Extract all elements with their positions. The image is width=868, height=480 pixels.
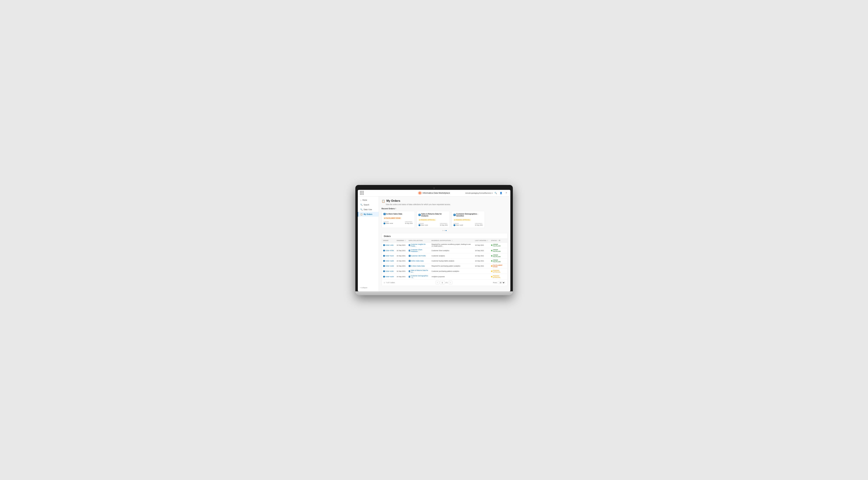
- col-business-justification[interactable]: BUSINESS JUSTIFICATION ⇕: [430, 239, 473, 242]
- card-1-order-value: ↺ Order~e1dc: [418, 224, 428, 226]
- collection-link-0[interactable]: ⊞ Customer Insights for Predic...: [409, 243, 429, 247]
- order-icon-0: ↺: [383, 222, 385, 224]
- search-header-button[interactable]: 🔍: [494, 191, 498, 195]
- cell-collection-3: ⊞ Online Sales Data: [407, 258, 430, 263]
- card-1-title: ⊞ Sales & Returns Data for Analysis: [418, 213, 448, 217]
- status-indicator-1: ✓: [491, 250, 493, 251]
- rows-per-page-selector: Rows: 10 25 50: [493, 281, 505, 284]
- recent-order-card-0[interactable]: ⊞ In-Store Sales Data ■ FULFILLMENT STAG…: [381, 211, 415, 228]
- card-2-status: ■ PENDING APPROVAL: [454, 219, 471, 221]
- status-indicator-2: ✓: [491, 255, 493, 257]
- orders-table: ORDER ORDERED ⇕ DATA COLLECTION BUSINESS…: [382, 239, 507, 279]
- collection-link-5[interactable]: ⊞ Sales & Returns Data for An...: [409, 269, 429, 273]
- recent-orders-title: Recent Orders ℹ: [381, 208, 507, 210]
- collection-icon-2: ⊞: [454, 214, 456, 216]
- col-status[interactable]: STATUS ⇕ ⚙: [490, 239, 507, 242]
- cell-collection-0: ⊞ Customer Insights for Predic...: [407, 242, 430, 248]
- order-link-5[interactable]: ↺ Order~e1dc: [383, 270, 394, 272]
- sidebar-nav: ⌂ Home 🔍 Search 🔍 Data I Use 📋: [358, 198, 379, 217]
- cell-justification-2: Customer analytics: [430, 253, 473, 258]
- svg-marker-1: [419, 192, 421, 194]
- order-link-4[interactable]: ↺ Order~4c9d: [383, 265, 394, 267]
- cell-collection-6: ⊞ Customer Demographics - S...: [407, 274, 430, 279]
- order-link-0[interactable]: ↺ Order~c46c: [383, 244, 394, 246]
- card-0-status: ■ FULFILLMENT STAGE: [383, 217, 401, 219]
- order-link-6[interactable]: ↺ Order~ea30: [383, 276, 394, 277]
- cell-status-0: ✓ ORDER FULFILLED: [490, 242, 507, 248]
- user-profile-button[interactable]: 👤: [499, 191, 503, 195]
- recent-order-card-1[interactable]: ⊞ Sales & Returns Data for Analysis ■ PE…: [416, 211, 450, 228]
- collection-link-6[interactable]: ⊞ Customer Demographics - S...: [409, 275, 429, 278]
- table-row: ↺ Order~4c9d 16 Sep 2021 ⊞ In-Store Sale…: [382, 263, 507, 268]
- card-2-order-value: ↺ Order~ea30: [454, 224, 463, 226]
- cell-status-6: ✓ PENDING APPROVAL: [490, 274, 507, 279]
- informatica-logo-icon: [418, 191, 422, 195]
- col-ordered[interactable]: ORDERED ⇕: [395, 239, 407, 242]
- sidebar-item-data-i-use-label: Data I Use: [364, 209, 372, 211]
- table-row: ↺ Order~3a4b 16 Sep 2021 ⊞ Online Sales …: [382, 258, 507, 263]
- dot-1[interactable]: [444, 230, 445, 231]
- prev-page-button[interactable]: ‹: [436, 281, 439, 284]
- cell-order-0: ↺ Order~c46c: [382, 242, 395, 248]
- cell-justification-6: Analytics purposes: [430, 274, 473, 279]
- orders-table-section: Orders ORDER ORDERED ⇕ DATA COLLECTION B…: [381, 233, 507, 286]
- page-of-label: of 1: [445, 282, 448, 283]
- user-menu[interactable]: mmodi-qastaging-fromselfservice ▾: [465, 192, 492, 194]
- help-button[interactable]: ?: [504, 191, 508, 195]
- cell-justification-0: Required for customer excellency project…: [430, 242, 473, 248]
- col-last-updated[interactable]: LAST UPDATED ⇕: [474, 239, 490, 242]
- cell-collection-5: ⊞ Sales & Returns Data for An...: [407, 268, 430, 274]
- recent-order-card-2[interactable]: ⊞ Customer Demographics - Sensitive ■ PE…: [452, 211, 485, 228]
- header-actions: mmodi-qastaging-fromselfservice ▾ 🔍 👤 ?: [465, 191, 508, 195]
- recent-orders-info-icon: ℹ: [396, 208, 396, 209]
- sidebar-item-data-i-use[interactable]: 🔍 Data I Use: [358, 207, 379, 212]
- collection-link-2[interactable]: ⊞ Customer 360 Profile: [409, 255, 429, 257]
- sidebar-item-my-orders[interactable]: 📋 My Orders: [358, 212, 379, 217]
- sidebar-item-search[interactable]: 🔍 Search: [358, 203, 379, 207]
- table-row: ↺ Order~ea30 16 Sep 2021 ⊞ Customer Demo…: [382, 274, 507, 279]
- status-indicator-4: ✓: [491, 265, 492, 267]
- recent-orders-grid: ⊞ In-Store Sales Data ■ FULFILLMENT STAG…: [381, 211, 507, 228]
- table-row: ↺ Order~87bb 16 Sep 2021 ⊞ Customer Chum…: [382, 248, 507, 253]
- my-orders-icon: 📋: [360, 213, 363, 215]
- cell-collection-4: ⊞ In-Store Sales Data: [407, 263, 430, 268]
- collection-link-1[interactable]: ⊞ Customer Chum Prediction ...: [409, 249, 429, 252]
- pending-badge-icon-1: ■: [420, 219, 420, 221]
- cell-order-5: ↺ Order~e1dc: [382, 268, 395, 274]
- cell-ordered-5: 16 Sep 2021: [395, 268, 407, 274]
- collection-link-3[interactable]: ⊞ Online Sales Data: [409, 260, 429, 262]
- header-logo: Informatica Data Marketplace: [418, 191, 450, 195]
- cell-justification-1: Customer churn analytics: [430, 248, 473, 253]
- collection-link-4[interactable]: ⊞ In-Store Sales Data: [409, 265, 429, 267]
- sidebar-item-my-orders-label: My Orders: [364, 213, 372, 215]
- card-1-meta: ORDER ↺ Order~e1dc ORDERED 16 Sep 2021: [418, 223, 448, 226]
- sidebar-item-search-label: Search: [364, 204, 369, 206]
- sidebar-collapse-button[interactable]: < Collapse: [358, 286, 379, 290]
- table-row: ↺ Order~e1dc 16 Sep 2021 ⊞ Sales & Retur…: [382, 268, 507, 274]
- order-link-2[interactable]: ↺ Order~5cc8: [383, 255, 394, 257]
- next-page-button[interactable]: ›: [449, 281, 452, 284]
- collection-icon-1: ⊞: [418, 214, 421, 216]
- fulfillment-badge-icon: ■: [384, 217, 385, 219]
- card-2-title: ⊞ Customer Demographics - Sensitive: [454, 213, 483, 217]
- col-data-collection: DATA COLLECTION: [407, 239, 430, 242]
- cell-justification-4: Required for purchasing pattern analytic…: [430, 263, 473, 268]
- cell-justification-5: Customer purchasing patterns analytics: [430, 268, 473, 274]
- dot-0[interactable]: [442, 230, 443, 231]
- status-indicator-0: ✓: [491, 244, 493, 246]
- order-link-1[interactable]: ↺ Order~87bb: [383, 250, 394, 251]
- cell-order-2: ↺ Order~5cc8: [382, 253, 395, 258]
- rows-select[interactable]: 10 25 50: [498, 281, 505, 284]
- page-subtitle: View the orders and status of data colle…: [381, 204, 507, 205]
- page-number-input[interactable]: [440, 281, 445, 284]
- order-link-3[interactable]: ↺ Order~3a4b: [383, 260, 394, 262]
- dot-2[interactable]: [446, 230, 446, 231]
- sidebar-item-home[interactable]: ⌂ Home: [358, 198, 379, 203]
- cell-status-5: ✓ PENDING APPROVAL: [490, 268, 507, 274]
- home-icon: ⌂: [360, 199, 362, 201]
- cell-last-updated-2: 16 Sep 2021: [474, 253, 490, 258]
- apps-grid-icon[interactable]: [360, 191, 364, 195]
- cell-status-4: ✓ FULFILLMENT STAGE: [490, 263, 507, 268]
- pagination-controls: ‹ of 1 ›: [436, 281, 452, 284]
- sidebar: ⌂ Home 🔍 Search 🔍 Data I Use 📋: [358, 197, 379, 291]
